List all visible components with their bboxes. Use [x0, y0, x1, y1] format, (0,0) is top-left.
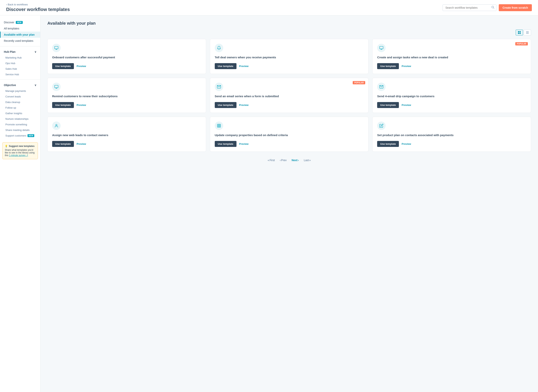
svg-rect-15 — [55, 85, 58, 88]
card-title-onboard-customers: Onboard customers after successful payme… — [52, 55, 201, 59]
preview-link-email-drip[interactable]: Preview — [402, 104, 411, 107]
svg-line-1 — [493, 8, 494, 9]
card-title-update-company: Update company properties based on defin… — [215, 133, 364, 137]
back-link[interactable]: ‹ Back to workflows — [6, 3, 70, 6]
new-badge-discover: NEW — [16, 21, 23, 24]
objective-label: Objective — [4, 84, 16, 87]
use-template-button-create-assign-tasks[interactable]: Use template — [377, 63, 399, 69]
chevron-left-icon: ‹ — [280, 159, 281, 162]
prev-label: Prev — [281, 159, 287, 162]
use-template-button-update-company[interactable]: Use template — [215, 141, 237, 147]
chevron-down-icon: ∨ — [34, 50, 36, 53]
card-icon-tell-deal-owners — [215, 44, 223, 52]
sidebar-item-available[interactable]: Available with your plan — [0, 32, 40, 38]
preview-link-update-company[interactable]: Preview — [239, 142, 249, 145]
use-template-button-email-series-form[interactable]: Use template — [215, 102, 237, 108]
double-chevron-left-icon: « — [268, 159, 269, 162]
card-icon-web-leads — [52, 121, 61, 130]
use-template-button-email-drip[interactable]: Use template — [377, 102, 399, 108]
sidebar-item-label: All templates — [4, 27, 19, 30]
first-page-button[interactable]: « First — [266, 158, 277, 163]
card-icon-create-assign-tasks — [377, 44, 386, 52]
sidebar-item-sales-hub[interactable]: Sales Hub — [0, 66, 40, 72]
prev-page-button[interactable]: ‹ Prev — [278, 158, 288, 163]
next-page-button[interactable]: Next › — [290, 158, 301, 163]
sidebar-item-nurture-relationships[interactable]: Nurture relationships — [0, 116, 40, 122]
card-icon-remind-customers — [52, 83, 61, 91]
pagination: « First ‹ Prev Next › Last » — [47, 158, 531, 163]
use-template-button-web-leads[interactable]: Use template — [52, 141, 74, 147]
svg-rect-24 — [217, 124, 221, 127]
main-content: Available with your plan — [40, 15, 538, 392]
sidebar-item-gather-insights[interactable]: Gather insights — [0, 111, 40, 116]
next-label: Next — [292, 159, 297, 162]
sidebar-item-recently-used[interactable]: Recently used templates — [0, 38, 40, 44]
preview-link-tell-deal-owners[interactable]: Preview — [239, 65, 249, 68]
sidebar-item-marketing-hub[interactable]: Marketing Hub — [0, 55, 40, 61]
top-bar-left: ‹ Back to workflows Discover workflow te… — [6, 3, 70, 12]
search-icon — [492, 6, 495, 9]
sidebar-objective-header[interactable]: Objective ∨ — [0, 82, 40, 88]
preview-link-create-assign-tasks[interactable]: Preview — [402, 65, 411, 68]
popular-badge: POPULAR — [353, 81, 365, 84]
sidebar-item-label: Discover — [4, 21, 14, 24]
template-card-web-leads: Assign new web leads to contact owners U… — [47, 117, 206, 152]
sidebar-item-share-meeting-details[interactable]: Share meeting details — [0, 127, 40, 133]
sidebar-item-support-customers[interactable]: Support customers NEW — [0, 133, 40, 138]
card-actions-onboard-customers: Use template Preview — [52, 63, 201, 69]
suggest-box: 💡 Suggest new templates Share what templ… — [2, 142, 38, 159]
preview-link-onboard-customers[interactable]: Preview — [77, 65, 86, 68]
card-icon-set-product-plan — [377, 121, 386, 130]
search-input[interactable] — [443, 5, 496, 11]
card-actions-web-leads: Use template Preview — [52, 141, 201, 147]
card-actions-tell-deal-owners: Use template Preview — [215, 63, 364, 69]
card-title-create-assign-tasks: Create and assign tasks when a new deal … — [377, 55, 526, 59]
use-template-button-tell-deal-owners[interactable]: Use template — [215, 63, 237, 69]
sidebar-item-promote-something[interactable]: Promote something — [0, 122, 40, 127]
sidebar-item-all-templates[interactable]: All templates — [0, 25, 40, 32]
last-page-button[interactable]: Last » — [302, 158, 313, 163]
section-title: Available with your plan — [47, 21, 531, 26]
list-view-button[interactable] — [524, 30, 531, 35]
use-template-button-remind-customers[interactable]: Use template — [52, 102, 74, 108]
svg-rect-9 — [55, 47, 58, 49]
create-from-scratch-button[interactable]: Create from scratch — [499, 4, 532, 11]
sidebar-item-label: Available with your plan — [4, 33, 35, 36]
sidebar-hub-plan-header[interactable]: Hub Plan ∨ — [0, 49, 40, 55]
sidebar-item-manage-payments[interactable]: Manage payments — [0, 88, 40, 94]
template-card-onboard-customers: Onboard customers after successful payme… — [47, 39, 206, 74]
svg-rect-8 — [526, 33, 529, 34]
sidebar-divider-1 — [0, 46, 40, 47]
survey-link[interactable]: 1-minute survey ↗ — [9, 154, 28, 157]
new-badge-support: NEW — [28, 134, 34, 137]
use-template-button-onboard-customers[interactable]: Use template — [52, 63, 74, 69]
preview-link-web-leads[interactable]: Preview — [77, 142, 86, 145]
layout: Discover NEW All templates Available wit… — [0, 15, 538, 392]
sidebar-item-ops-hub[interactable]: Ops Hub — [0, 61, 40, 66]
preview-link-remind-customers[interactable]: Preview — [77, 104, 86, 107]
sidebar-item-convert-leads[interactable]: Convert leads — [0, 94, 40, 99]
use-template-button-set-product-plan[interactable]: Use template — [377, 141, 399, 147]
sidebar-item-service-hub[interactable]: Service Hub — [0, 72, 40, 77]
first-label: First — [269, 159, 275, 162]
last-label: Last — [304, 159, 309, 162]
sidebar-item-discover[interactable]: Discover NEW — [0, 19, 40, 25]
card-title-email-series-form: Send an email series when a form is subm… — [215, 94, 364, 98]
sidebar-item-data-cleanup[interactable]: Data cleanup — [0, 99, 40, 105]
external-link-icon: ↗ — [26, 154, 28, 157]
preview-link-set-product-plan[interactable]: Preview — [402, 142, 411, 145]
svg-rect-7 — [526, 32, 529, 33]
double-chevron-right-icon: » — [309, 159, 311, 162]
preview-link-email-series-form[interactable]: Preview — [239, 104, 249, 107]
card-title-remind-customers: Remind customers to renew their subscrip… — [52, 94, 201, 98]
top-bar-right: Create from scratch — [443, 4, 532, 11]
template-card-set-product-plan: Set product plan on contacts associated … — [372, 117, 531, 152]
back-arrow-icon: ‹ — [6, 3, 7, 6]
grid-view-button[interactable] — [516, 30, 523, 35]
chevron-right-icon: › — [298, 159, 299, 162]
template-card-create-assign-tasks: POPULAR Create and assign tasks when a n… — [372, 39, 531, 74]
template-card-email-drip: Send 4-email drip campaign to customers … — [372, 78, 531, 113]
sidebar-item-follow-up[interactable]: Follow up — [0, 105, 40, 111]
card-title-set-product-plan: Set product plan on contacts associated … — [377, 133, 526, 137]
template-card-email-series-form: POPULAR Send an email series when a form… — [210, 78, 369, 113]
